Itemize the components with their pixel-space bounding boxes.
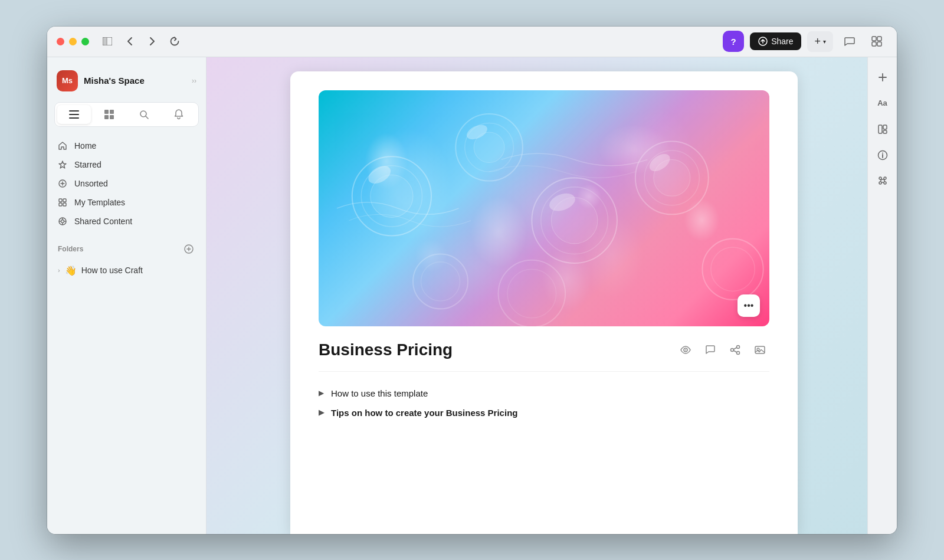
svg-point-49 — [499, 260, 566, 326]
folders-section: Folders › 👋 How to use Craft — [47, 240, 206, 281]
my-templates-label: My Templates — [74, 198, 125, 207]
right-panel-info-button[interactable] — [872, 145, 893, 166]
svg-rect-7 — [877, 42, 881, 46]
svg-rect-6 — [872, 42, 876, 46]
space-avatar: Ms — [57, 70, 78, 91]
titlebar-nav — [99, 32, 183, 50]
svg-rect-10 — [69, 117, 79, 119]
sidebar-item-home[interactable]: Home — [52, 136, 201, 155]
right-panel-command-button[interactable] — [872, 171, 893, 192]
document-container: ••• Business Pricing — [290, 71, 798, 534]
svg-rect-22 — [59, 203, 62, 206]
right-panel-card-button[interactable] — [872, 119, 893, 140]
svg-point-25 — [61, 220, 64, 222]
folder-chevron-icon: › — [58, 267, 60, 274]
list-arrow-icon-2: ▶ — [319, 408, 324, 417]
help-button[interactable]: ? — [723, 31, 744, 52]
svg-point-33 — [352, 156, 431, 235]
svg-line-60 — [734, 348, 737, 349]
titlebar-right: ? Share + ▾ — [723, 31, 887, 52]
folders-label: Folders — [58, 245, 83, 253]
svg-point-54 — [647, 150, 673, 175]
hero-more-icon: ••• — [744, 300, 754, 311]
doc-comment-button[interactable] — [701, 340, 720, 359]
traffic-lights — [57, 38, 89, 45]
sidebar-item-shared-content[interactable]: Shared Content — [52, 212, 201, 231]
add-folder-button[interactable] — [182, 243, 195, 256]
doc-list-item-2[interactable]: ▶ Tips on how to create your Business Pr… — [319, 403, 769, 423]
svg-point-56 — [685, 349, 686, 351]
svg-point-41 — [551, 197, 597, 243]
doc-share-button[interactable] — [726, 340, 745, 359]
sidebar-item-unsorted[interactable]: Unsorted — [52, 174, 201, 193]
sidebar-list-view-button[interactable] — [57, 105, 91, 124]
main-area: Ms Misha's Space ›› — [47, 57, 897, 534]
view-mode-button[interactable] — [676, 340, 695, 359]
svg-rect-13 — [104, 115, 109, 119]
right-panel-text-format-button[interactable]: Aa — [872, 93, 893, 114]
back-button[interactable] — [121, 32, 139, 50]
space-name: Misha's Space — [84, 76, 192, 86]
doc-hero-image: ••• — [319, 90, 769, 326]
space-expand-icon: ›› — [192, 77, 196, 85]
svg-rect-21 — [63, 199, 66, 202]
doc-image-button[interactable] — [750, 340, 769, 359]
sidebar-item-starred[interactable]: Starred — [52, 155, 201, 174]
svg-rect-9 — [69, 114, 79, 115]
svg-rect-12 — [110, 110, 114, 114]
svg-point-51 — [365, 162, 394, 187]
list-arrow-icon-1: ▶ — [319, 389, 324, 397]
folders-header: Folders — [52, 240, 201, 260]
comment-button[interactable] — [839, 31, 860, 52]
nav-items: Home Starred — [47, 136, 206, 231]
doc-list-item-1[interactable]: ▶ How to use this template — [319, 384, 769, 403]
svg-rect-62 — [755, 346, 765, 353]
refresh-button[interactable] — [166, 32, 183, 50]
content-area: ••• Business Pricing — [206, 57, 867, 534]
svg-rect-0 — [103, 37, 106, 45]
forward-button[interactable] — [143, 32, 161, 50]
svg-rect-66 — [879, 125, 882, 133]
sidebar-search-button[interactable] — [127, 105, 161, 124]
add-button[interactable]: + ▾ — [807, 31, 833, 52]
svg-point-58 — [731, 348, 734, 351]
space-header[interactable]: Ms Misha's Space ›› — [47, 67, 206, 95]
svg-rect-5 — [877, 37, 881, 41]
titlebar: ? Share + ▾ — [47, 27, 897, 57]
list-item-text-2: Tips on how to create your Business Pric… — [331, 408, 517, 418]
share-button[interactable]: Share — [750, 32, 801, 50]
add-icon: + — [814, 35, 821, 48]
unsorted-icon — [58, 179, 68, 188]
sidebar: Ms Misha's Space ›› — [47, 57, 206, 534]
templates-icon — [58, 198, 68, 207]
star-icon — [58, 160, 68, 169]
folder-item-how-to-craft[interactable]: › 👋 How to use Craft — [52, 260, 201, 281]
svg-point-37 — [465, 123, 514, 172]
maximize-button[interactable] — [81, 38, 89, 45]
sidebar-toggle-button[interactable] — [99, 32, 116, 50]
svg-line-16 — [146, 116, 148, 119]
svg-point-42 — [635, 141, 709, 214]
right-panel-add-button[interactable] — [872, 67, 893, 88]
svg-point-46 — [711, 247, 755, 291]
svg-line-61 — [734, 351, 737, 352]
svg-point-44 — [654, 159, 690, 196]
shared-content-label: Shared Content — [74, 217, 132, 226]
right-panel: Aa — [867, 57, 897, 534]
svg-point-47 — [413, 254, 468, 309]
sidebar-notifications-button[interactable] — [162, 105, 196, 124]
shared-content-icon — [58, 217, 68, 226]
layout-button[interactable] — [866, 31, 887, 52]
doc-divider — [319, 371, 769, 372]
app-window: ? Share + ▾ — [47, 27, 897, 534]
minimize-button[interactable] — [69, 38, 77, 45]
sidebar-item-my-templates[interactable]: My Templates — [52, 193, 201, 212]
close-button[interactable] — [57, 38, 64, 45]
svg-rect-68 — [883, 130, 887, 133]
home-icon — [58, 141, 68, 150]
svg-point-38 — [474, 132, 504, 162]
folder-emoji: 👋 — [65, 265, 77, 276]
hero-more-button[interactable]: ••• — [738, 294, 760, 317]
sidebar-grid-view-button[interactable] — [92, 105, 126, 124]
doc-title-row: Business Pricing — [319, 340, 769, 359]
